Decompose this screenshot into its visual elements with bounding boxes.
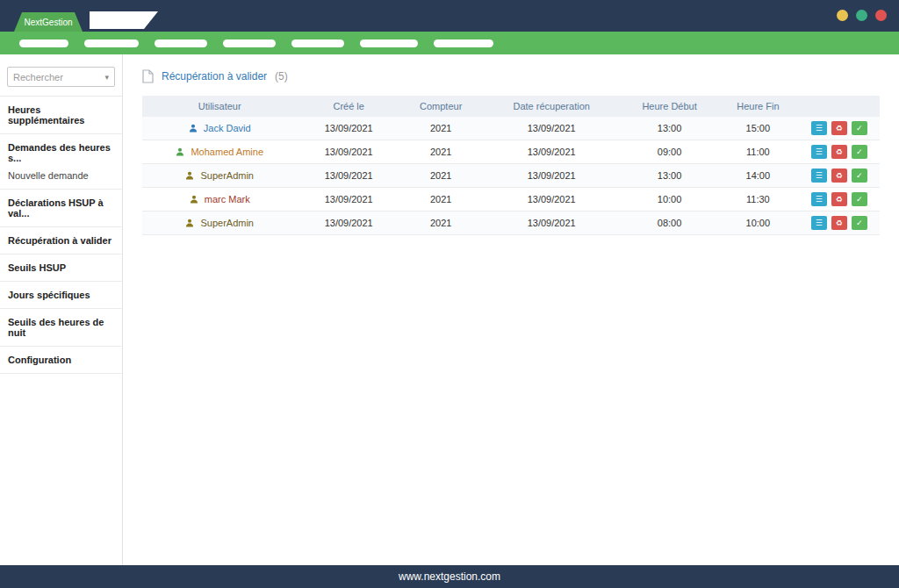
sidebar-item-demandes-heures[interactable]: Demandes des heures s... xyxy=(0,134,122,167)
page-title[interactable]: Récupération à valider xyxy=(162,70,267,82)
compteur-cell: 2021 xyxy=(400,212,481,235)
title-bar: NextGestion xyxy=(0,0,899,32)
check-icon: ✓ xyxy=(856,171,863,180)
col-utilisateur: Utilisateur xyxy=(142,96,297,117)
recycle-icon: ♻ xyxy=(836,195,843,204)
window-control-yellow[interactable] xyxy=(837,10,848,21)
sidebar-menu: Heures supplémentaires Demandes des heur… xyxy=(0,97,122,374)
heure-debut-cell: 10:00 xyxy=(622,188,717,212)
top-navbar xyxy=(0,32,899,54)
heure-debut-cell: 09:00 xyxy=(622,140,717,164)
footer-url[interactable]: www.nextgestion.com xyxy=(399,570,500,583)
record-count: (5) xyxy=(275,70,288,82)
recycle-icon: ♻ xyxy=(836,147,843,156)
user-link[interactable]: SuperAdmin xyxy=(200,218,254,228)
nav-menu-placeholder[interactable] xyxy=(84,39,139,47)
sidebar-item-configuration[interactable]: Configuration xyxy=(0,347,122,374)
col-heure-fin: Heure Fin xyxy=(717,96,798,117)
user-link[interactable]: marc Mark xyxy=(205,194,250,204)
check-icon: ✓ xyxy=(856,219,863,227)
details-button[interactable]: ☰ xyxy=(811,216,827,230)
table-row: marc Mark 13/09/2021 2021 13/09/2021 10:… xyxy=(142,188,880,212)
compteur-cell: 2021 xyxy=(400,188,481,212)
col-heure-debut: Heure Début xyxy=(622,96,717,117)
validate-button[interactable]: ✓ xyxy=(852,169,867,183)
sidebar-item-seuils-hsup[interactable]: Seuils HSUP xyxy=(0,255,122,282)
recycle-icon: ♻ xyxy=(836,219,843,227)
compteur-cell: 2021 xyxy=(400,117,481,140)
recuperation-table-wrap: Utilisateur Créé le Compteur Date récupe… xyxy=(142,96,880,235)
actions-cell: ☰ ♻ ✓ xyxy=(799,164,880,188)
created-cell: 13/09/2021 xyxy=(297,188,400,212)
search-select[interactable]: Rechercher ▾ xyxy=(7,67,115,87)
nav-menu-placeholder[interactable] xyxy=(19,39,68,47)
validate-button[interactable]: ✓ xyxy=(852,121,867,135)
col-actions xyxy=(799,96,880,117)
details-button[interactable]: ☰ xyxy=(811,145,827,159)
date-recuperation-cell: 13/09/2021 xyxy=(481,164,622,188)
created-cell: 13/09/2021 xyxy=(297,164,400,188)
recycle-icon: ♻ xyxy=(836,171,843,180)
user-link[interactable]: Jack David xyxy=(204,123,251,133)
window-control-green[interactable] xyxy=(856,10,867,21)
blank-tab[interactable] xyxy=(90,11,158,29)
nav-menu-placeholder[interactable] xyxy=(360,39,418,47)
user-link[interactable]: Mohamed Amine xyxy=(191,147,263,157)
document-icon xyxy=(142,69,154,83)
reject-button[interactable]: ♻ xyxy=(831,121,847,135)
reject-button[interactable]: ♻ xyxy=(831,216,847,230)
heure-fin-cell: 10:00 xyxy=(717,212,798,235)
check-icon: ✓ xyxy=(856,147,863,156)
reject-button[interactable]: ♻ xyxy=(831,145,847,159)
nav-menu-placeholder[interactable] xyxy=(291,39,344,47)
table-row: Jack David 13/09/2021 2021 13/09/2021 13… xyxy=(142,117,880,140)
check-icon: ✓ xyxy=(856,195,863,204)
actions-cell: ☰ ♻ ✓ xyxy=(799,212,880,235)
sidebar-item-declarations-hsup[interactable]: Déclarations HSUP à val... xyxy=(0,190,122,227)
user-icon xyxy=(185,171,194,180)
main-content: Récupération à valider (5) Utilisateur C… xyxy=(124,54,899,565)
date-recuperation-cell: 13/09/2021 xyxy=(481,212,622,235)
validate-button[interactable]: ✓ xyxy=(852,192,867,206)
created-cell: 13/09/2021 xyxy=(297,140,400,164)
nav-menu-placeholder[interactable] xyxy=(155,39,207,47)
date-recuperation-cell: 13/09/2021 xyxy=(481,140,622,164)
nav-menu-placeholder[interactable] xyxy=(223,39,276,47)
user-icon xyxy=(176,147,184,156)
user-icon xyxy=(190,195,198,204)
recuperation-table: Utilisateur Créé le Compteur Date récupe… xyxy=(142,96,880,235)
list-icon: ☰ xyxy=(816,147,823,156)
brand-tab[interactable]: NextGestion xyxy=(14,12,83,32)
check-icon: ✓ xyxy=(856,124,863,133)
sidebar-item-nouvelle-demande[interactable]: Nouvelle demande xyxy=(0,167,122,190)
heure-debut-cell: 08:00 xyxy=(622,212,717,235)
sidebar-item-heures-supplementaires[interactable]: Heures supplémentaires xyxy=(0,97,122,134)
compteur-cell: 2021 xyxy=(400,140,481,164)
details-button[interactable]: ☰ xyxy=(811,169,827,183)
heure-fin-cell: 14:00 xyxy=(717,164,798,188)
list-icon: ☰ xyxy=(816,171,823,180)
col-date-recuperation: Date récuperation xyxy=(481,96,622,117)
nav-menu-placeholder[interactable] xyxy=(434,39,493,47)
user-link[interactable]: SuperAdmin xyxy=(200,170,254,181)
sidebar-item-recuperation-a-valider[interactable]: Récupération à valider xyxy=(0,227,122,255)
created-cell: 13/09/2021 xyxy=(297,117,400,140)
reject-button[interactable]: ♻ xyxy=(831,192,847,206)
heure-debut-cell: 13:00 xyxy=(622,117,717,140)
sidebar: Rechercher ▾ Heures supplémentaires Dema… xyxy=(0,54,123,565)
window-controls xyxy=(837,10,887,21)
validate-button[interactable]: ✓ xyxy=(852,216,867,230)
validate-button[interactable]: ✓ xyxy=(852,145,867,159)
heure-fin-cell: 11:30 xyxy=(717,188,798,212)
app-window: NextGestion Rechercher ▾ Heures suppléme… xyxy=(0,0,899,588)
col-cree-le: Créé le xyxy=(297,96,400,117)
sidebar-item-jours-specifiques[interactable]: Jours spécifiques xyxy=(0,282,122,309)
heure-fin-cell: 11:00 xyxy=(717,140,798,164)
details-button[interactable]: ☰ xyxy=(811,192,827,206)
chevron-down-icon: ▾ xyxy=(104,73,109,82)
reject-button[interactable]: ♻ xyxy=(831,169,847,183)
user-icon xyxy=(189,124,198,133)
sidebar-item-seuils-heures-nuit[interactable]: Seuils des heures de nuit xyxy=(0,309,122,347)
details-button[interactable]: ☰ xyxy=(811,121,827,135)
window-control-red[interactable] xyxy=(875,10,887,21)
